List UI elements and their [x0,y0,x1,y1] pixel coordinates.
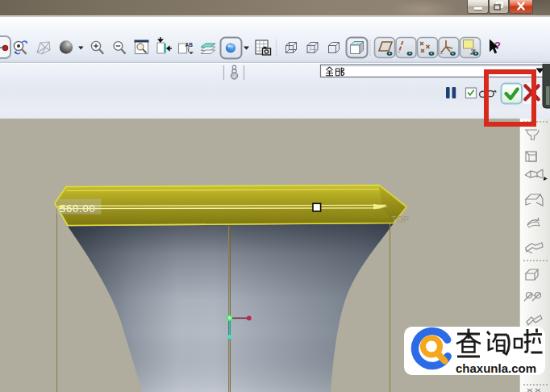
svg-text:TOP: TOP [391,215,409,224]
svg-text:chaxunla.com: chaxunla.com [456,361,536,375]
svg-text:Z: Z [440,50,443,55]
svg-text:AB: AB [185,42,194,48]
svg-text:?: ? [494,40,501,52]
